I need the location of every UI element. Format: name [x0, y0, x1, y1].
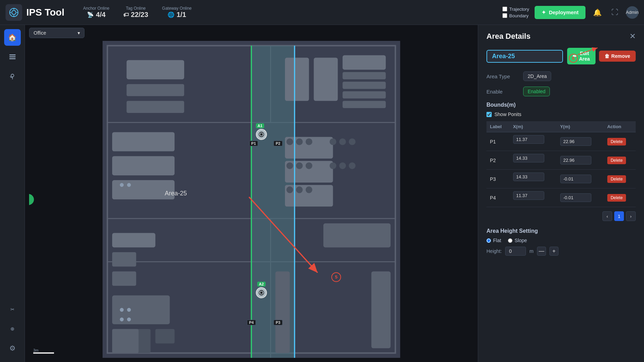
area-type-label: Area Type — [486, 73, 518, 79]
area-height-section: Area Height Setting Flat Slope Height: m… — [486, 228, 636, 256]
delete-row-button[interactable]: Delete — [607, 194, 626, 202]
cell-x — [510, 188, 557, 207]
svg-point-31 — [286, 138, 293, 145]
svg-point-9 — [11, 74, 14, 77]
cell-label: P3 — [486, 170, 510, 188]
cell-x — [510, 132, 557, 151]
area-name-input[interactable] — [486, 50, 563, 63]
svg-point-32 — [296, 138, 303, 145]
flat-radio[interactable]: Flat — [486, 238, 501, 243]
svg-text:6: 6 — [572, 55, 575, 61]
page-prev-button[interactable]: ‹ — [602, 211, 612, 221]
sidebar-bottom: ✂ ⊕ ⚙ — [0, 301, 25, 362]
area-height-title: Area Height Setting — [486, 228, 636, 234]
logo-icon — [6, 4, 22, 21]
fullscreen-button[interactable]: ⛶ — [609, 6, 620, 18]
svg-point-34 — [286, 162, 293, 169]
x-input[interactable] — [513, 191, 544, 200]
svg-point-36 — [306, 162, 312, 169]
y-input[interactable] — [560, 156, 591, 165]
svg-rect-22 — [314, 58, 338, 101]
tag-stat: Tag Online 🏷 22/23 — [123, 6, 148, 19]
svg-point-40 — [330, 138, 336, 145]
svg-rect-7 — [9, 56, 16, 58]
cell-y — [557, 170, 604, 188]
svg-point-45 — [349, 162, 355, 169]
svg-point-44 — [339, 162, 346, 169]
svg-point-65 — [127, 318, 131, 321]
cell-action: Delete — [604, 151, 636, 170]
svg-point-64 — [120, 318, 124, 321]
area-type-row: Area Type 2D_Area — [486, 71, 636, 81]
delete-row-button[interactable]: Delete — [607, 157, 626, 164]
deploy-button[interactable]: ✦ Deployment — [535, 6, 585, 19]
page-1-button[interactable]: 1 — [614, 211, 624, 221]
boundary-checkbox[interactable]: Boundary — [502, 13, 529, 18]
bounds-section-title: Bounds(m) — [486, 102, 636, 108]
chevron-down-icon: ▾ — [78, 30, 80, 36]
svg-point-71 — [260, 292, 262, 294]
show-points-checkbox[interactable] — [486, 112, 492, 117]
settings-button[interactable]: ⚙ — [4, 340, 21, 356]
svg-rect-8 — [9, 58, 16, 59]
svg-rect-57 — [155, 329, 175, 344]
trajectory-checkbox[interactable]: Trajectory — [502, 7, 529, 12]
svg-point-63 — [127, 308, 131, 312]
map-toolbar: Office ▾ — [25, 25, 478, 41]
slope-radio[interactable]: Slope — [508, 238, 527, 243]
delete-row-button[interactable]: Delete — [607, 175, 626, 183]
admin-avatar[interactable]: Admin — [626, 6, 638, 19]
x-input[interactable] — [513, 135, 544, 144]
deploy-icon: ✦ — [542, 9, 546, 16]
height-input[interactable] — [505, 247, 526, 256]
col-y: Y(m) — [557, 121, 604, 132]
height-plus-button[interactable]: + — [549, 247, 558, 256]
svg-rect-53 — [112, 252, 136, 267]
floor-selector[interactable]: Office ▾ — [29, 28, 84, 38]
svg-rect-51 — [112, 180, 175, 199]
svg-rect-20 — [127, 101, 184, 113]
show-points-row: Show Ponits — [486, 112, 636, 117]
cell-label: P1 — [486, 132, 510, 151]
sidebar-item-misc2[interactable]: ⊕ — [4, 320, 21, 337]
cell-action: Delete — [604, 170, 636, 188]
svg-point-60 — [120, 183, 124, 187]
svg-rect-46 — [323, 223, 391, 247]
sidebar-item-home[interactable]: 🏠 — [4, 29, 21, 46]
close-button[interactable]: ✕ — [629, 32, 636, 41]
header: IPS Tool Anchor Online 📡 4/4 Tag Online … — [0, 0, 644, 25]
area-type-value: 2D_Area — [523, 71, 551, 81]
callout-6-area: 6 — [566, 44, 608, 67]
x-input[interactable] — [513, 154, 544, 162]
y-input[interactable] — [560, 193, 591, 202]
gateway-label: Gateway Online — [162, 6, 191, 11]
svg-rect-23 — [342, 55, 386, 70]
map-container: Office ▾ › — [25, 25, 478, 362]
svg-rect-18 — [127, 60, 184, 79]
height-minus-button[interactable]: — — [537, 247, 546, 256]
cell-y — [557, 132, 604, 151]
anchor-a1-icon — [256, 129, 267, 140]
svg-point-62 — [120, 308, 124, 312]
y-input[interactable] — [560, 137, 591, 146]
svg-point-43 — [330, 162, 336, 169]
page-next-button[interactable]: › — [626, 211, 636, 221]
table-row: P4 Delete — [486, 188, 636, 207]
anchor-a2-marker: A2 — [256, 282, 267, 298]
y-input[interactable] — [560, 175, 591, 183]
x-input[interactable] — [513, 173, 544, 181]
enable-row: Enable Enabled — [486, 87, 636, 96]
anchor-value: 📡 4/4 — [87, 11, 106, 19]
anchor-label: Anchor Online — [83, 6, 109, 11]
sidebar-item-layers[interactable] — [4, 48, 21, 65]
cell-action: Delete — [604, 188, 636, 207]
svg-point-1 — [12, 10, 16, 15]
sidebar-item-misc1[interactable]: ✂ — [4, 301, 21, 318]
cell-y — [557, 188, 604, 207]
anchor-stat: Anchor Online 📡 4/4 — [83, 6, 109, 19]
svg-rect-54 — [112, 271, 136, 286]
svg-line-77 — [578, 48, 598, 55]
notification-button[interactable]: 🔔 — [591, 6, 604, 19]
sidebar-item-pin[interactable] — [4, 68, 21, 85]
delete-row-button[interactable]: Delete — [607, 138, 626, 145]
